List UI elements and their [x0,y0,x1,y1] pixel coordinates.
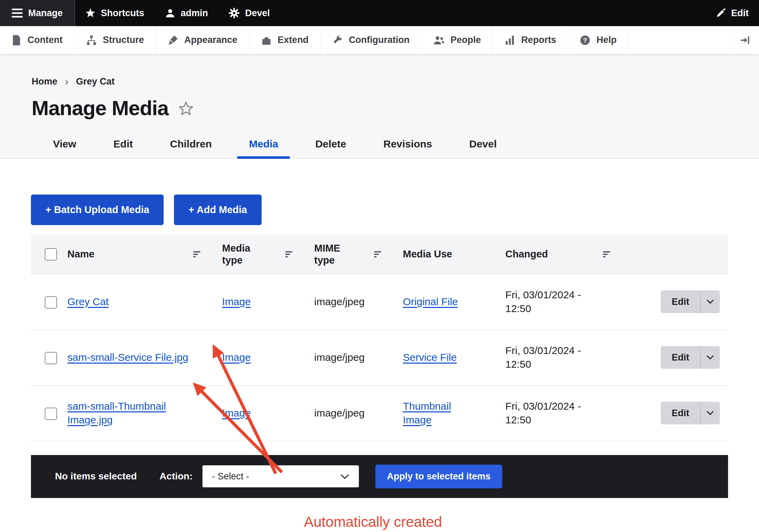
document-icon [12,35,21,45]
column-header-name: Name [67,248,95,260]
chevron-down-icon[interactable] [700,290,720,313]
puzzle-icon [261,35,272,45]
devel-label: Devel [245,8,270,19]
menu-item-extend[interactable]: Extend [250,26,321,54]
admin-toolbar-shortcuts[interactable]: Shortcuts [75,0,155,26]
paintbrush-icon [168,35,178,45]
column-header-media-use: Media Use [403,248,452,260]
menu-spacer [629,26,730,54]
breadcrumb-home-link[interactable]: Home [32,76,57,87]
media-type-link[interactable]: Image [222,296,251,307]
tab-revisions[interactable]: Revisions [372,134,444,159]
tab-delete[interactable]: Delete [304,134,358,159]
menu-item-content[interactable]: Content [0,26,75,54]
sitemap-icon [86,35,97,45]
admin-menu-bar: Content Structure Appearance Extend Conf… [0,26,759,54]
action-select[interactable]: - Select - [202,465,359,487]
people-icon [433,35,444,45]
changed-cell: Fri, 03/01/2024 - 12:50 [499,385,626,441]
media-name-link[interactable]: sam-small-Thumbnail Image.jpg [67,399,206,427]
mime-type-cell: image/jpeg [308,385,397,441]
media-use-link[interactable]: Service File [403,351,457,365]
admin-toolbar-user[interactable]: admin [155,0,219,26]
add-media-button[interactable]: + Add Media [174,195,262,225]
shortcuts-label: Shortcuts [101,8,144,19]
bulk-actions-bar: No items selected Action: - Select - App… [31,455,728,498]
menu-item-configuration[interactable]: Configuration [321,26,422,54]
admin-toolbar-devel[interactable]: Devel [218,0,280,26]
tab-bar: View Edit Children Media Delete Revision… [0,134,759,159]
user-icon [165,8,175,18]
tab-view[interactable]: View [41,134,88,159]
menu-item-label: Configuration [349,35,410,45]
media-name-link[interactable]: Grey Cat [67,295,109,309]
wrench-icon [332,35,343,45]
row-checkbox[interactable] [45,296,57,309]
menu-item-reports[interactable]: Reports [493,26,568,54]
breadcrumb-current: Grey Cat [76,76,115,87]
mime-type-cell: image/jpeg [308,330,397,385]
edit-mode-label: Edit [731,8,749,19]
menu-item-label: Reports [521,35,556,45]
column-header-mime-type: MIME type [314,242,350,266]
media-use-link[interactable]: Original File [403,295,458,309]
menu-item-label: Help [596,35,617,45]
sort-icon[interactable] [603,250,611,258]
username-label: admin [181,8,208,19]
select-all-checkbox[interactable] [45,248,57,261]
menu-item-appearance[interactable]: Appearance [156,26,250,54]
gear-icon [229,8,240,19]
page-header: Home › Grey Cat Manage Media View Edit C… [0,54,759,159]
selection-status: No items selected [55,471,137,482]
menu-item-label: Extend [278,35,309,45]
sort-icon[interactable] [193,250,201,258]
manage-media-page: Manage Shortcuts admin [0,0,759,532]
table-row: sam-small-Thumbnail Image.jpg Image imag… [31,385,728,441]
edit-button[interactable]: Edit [661,346,720,369]
admin-toolbar-edit[interactable]: Edit [706,0,759,26]
manage-label: Manage [28,8,63,19]
chevron-down-icon[interactable] [700,346,720,369]
bar-chart-icon [505,35,515,45]
changed-cell: Fri, 03/01/2024 - 12:50 [499,274,626,330]
menu-item-label: Content [28,35,63,45]
row-checkbox[interactable] [45,408,57,420]
annotation-title: Automatically created [210,513,536,531]
media-type-link[interactable]: Image [222,407,251,419]
menu-item-people[interactable]: People [422,26,493,54]
admin-toolbar: Manage Shortcuts admin [0,0,759,26]
apply-to-selected-button[interactable]: Apply to selected items [375,465,503,488]
annotation: Automatically created (FITS missing due … [210,513,536,532]
media-use-link[interactable]: Thumbnail Image [403,399,473,427]
tab-children[interactable]: Children [158,134,224,159]
edit-button[interactable]: Edit [661,402,720,424]
media-table: Name Media type MIME type Media Use Chan… [31,235,728,441]
row-checkbox[interactable] [45,352,57,364]
svg-text:?: ? [583,36,587,44]
pencil-icon [716,8,726,18]
admin-toolbar-manage[interactable]: Manage [0,0,75,26]
column-header-changed: Changed [505,248,548,260]
favorite-star-icon[interactable] [178,101,194,118]
batch-upload-media-button[interactable]: + Batch Upload Media [31,195,164,225]
hamburger-icon [12,9,23,18]
media-name-link[interactable]: sam-small-Service File.jpg [67,351,188,365]
edit-button[interactable]: Edit [661,290,720,313]
action-label: Action: [160,471,192,482]
tab-edit[interactable]: Edit [102,134,145,159]
menu-item-structure[interactable]: Structure [75,26,156,54]
sort-icon[interactable] [285,250,294,258]
tab-media[interactable]: Media [237,134,290,159]
help-icon: ? [580,35,590,45]
menu-item-help[interactable]: ? Help [568,26,629,54]
sort-icon[interactable] [374,250,382,258]
collapse-toolbar-icon[interactable] [730,26,759,54]
star-icon [85,8,96,18]
tab-devel[interactable]: Devel [458,134,508,159]
media-type-link[interactable]: Image [222,352,251,363]
page-title: Manage Media [32,96,168,120]
mime-type-cell: image/jpeg [308,274,397,330]
chevron-down-icon [340,471,349,482]
chevron-down-icon[interactable] [700,402,720,424]
column-header-media-type: Media type [222,242,258,266]
